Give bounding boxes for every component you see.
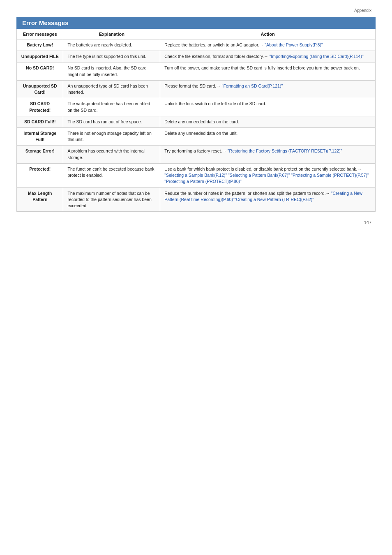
table-row: Protected!The function can't be executed… <box>17 163 376 187</box>
action-link: "About the Power Supply(P.8)" <box>265 42 323 47</box>
action-text: Check the file extension, format and fol… <box>164 54 264 59</box>
table-row: SD CARD Protected!The write-protect feat… <box>17 98 376 116</box>
explanation-cell: The maximum number of notes that can be … <box>63 187 160 212</box>
explanation-cell: A problem has occurred with the internal… <box>63 146 160 163</box>
error-cell: No SD CARD! <box>17 62 63 80</box>
page-header: Appendix <box>16 8 376 13</box>
action-text: Reduce the number of notes in the patter… <box>164 191 325 196</box>
explanation-cell: No SD card is inserted. Also, the SD car… <box>63 62 160 80</box>
action-text: Replace the batteries, or switch to an A… <box>164 42 259 47</box>
action-text: Delete any unneeded data on the unit. <box>164 131 238 136</box>
error-cell: SD CARD Protected! <box>17 98 63 116</box>
table-row: No SD CARD!No SD card is inserted. Also,… <box>17 62 376 80</box>
table-row: Internal Storage Full!There is not enoug… <box>17 127 376 145</box>
action-link: "Restoring the Factory Settings (FACTORY… <box>228 148 342 153</box>
action-text: Try performing a factory reset. <box>164 148 222 153</box>
page-number: 147 <box>16 220 376 225</box>
explanation-cell: The SD card has run out of free space. <box>63 116 160 127</box>
header-explanation: Explanation <box>63 29 160 39</box>
error-cell: Battery Low! <box>17 39 63 51</box>
action-cell: Turn off the power, and make sure that t… <box>160 62 376 80</box>
action-cell: Check the file extension, format and fol… <box>160 51 376 62</box>
action-text: Use a bank for which bank protect is dis… <box>164 166 357 171</box>
explanation-cell: An unsupported type of SD card has been … <box>63 80 160 98</box>
action-arrow: → <box>222 148 227 153</box>
action-text: Unlock the lock switch on the left side … <box>164 101 266 106</box>
error-cell: Unsupported FILE <box>17 51 63 62</box>
error-table: Error messages Explanation Action Batter… <box>16 29 376 212</box>
error-cell: Storage Error! <box>17 146 63 163</box>
table-header-row: Error messages Explanation Action <box>17 29 376 39</box>
action-text: Delete any unneeded data on the card. <box>164 119 239 124</box>
action-cell: Please format the SD card.→ "Formatting … <box>160 80 376 98</box>
action-link: "Formatting an SD Card(P.121)" <box>222 83 283 88</box>
table-row: Battery Low!The batteries are nearly dep… <box>17 39 376 51</box>
explanation-cell: The batteries are nearly depleted. <box>63 39 160 51</box>
table-row: SD CARD Full!!The SD card has run out of… <box>17 116 376 127</box>
action-cell: Try performing a factory reset.→ "Restor… <box>160 146 376 163</box>
action-arrow: → <box>216 83 221 88</box>
action-text: Turn off the power, and make sure that t… <box>164 65 360 70</box>
error-cell: SD CARD Full!! <box>17 116 63 127</box>
explanation-cell: The write-protect feature has been enabl… <box>63 98 160 116</box>
action-text: Please format the SD card. <box>164 83 216 88</box>
action-cell: Delete any unneeded data on the unit. <box>160 127 376 145</box>
action-cell: Unlock the lock switch on the left side … <box>160 98 376 116</box>
section-title: Error Messages <box>16 17 376 29</box>
explanation-cell: The function can't be executed because b… <box>63 163 160 187</box>
explanation-cell: There is not enough storage capacity lef… <box>63 127 160 145</box>
error-cell: Internal Storage Full! <box>17 127 63 145</box>
action-link: "Importing/Exporting (Using the SD Card)… <box>270 54 364 59</box>
action-arrow: → <box>357 166 362 171</box>
action-cell: Reduce the number of notes in the patter… <box>160 187 376 212</box>
action-cell: Replace the batteries, or switch to an A… <box>160 39 376 51</box>
error-cell: Unsupported SD Card! <box>17 80 63 98</box>
action-arrow: → <box>259 42 265 47</box>
header-action: Action <box>160 29 376 39</box>
table-row: Unsupported FILEThe file type is not sup… <box>17 51 376 62</box>
error-cell: Max Length Pattern <box>17 187 63 212</box>
table-row: Storage Error!A problem has occurred wit… <box>17 146 376 163</box>
error-cell: Protected! <box>17 163 63 187</box>
action-link: "Selecting a Sample Bank(P.12)" "Selecti… <box>164 173 369 184</box>
header-error-messages: Error messages <box>17 29 63 39</box>
action-cell: Use a bank for which bank protect is dis… <box>160 163 376 187</box>
action-cell: Delete any unneeded data on the card. <box>160 116 376 127</box>
table-row: Max Length PatternThe maximum number of … <box>17 187 376 212</box>
action-arrow: → <box>325 191 331 196</box>
table-row: Unsupported SD Card!An unsupported type … <box>17 80 376 98</box>
explanation-cell: The file type is not supported on this u… <box>63 51 160 62</box>
breadcrumb-text: Appendix <box>354 8 371 13</box>
action-arrow: → <box>264 54 269 59</box>
action-link: "Creating a New Pattern (TR-REC)(P.62)" <box>235 197 314 202</box>
